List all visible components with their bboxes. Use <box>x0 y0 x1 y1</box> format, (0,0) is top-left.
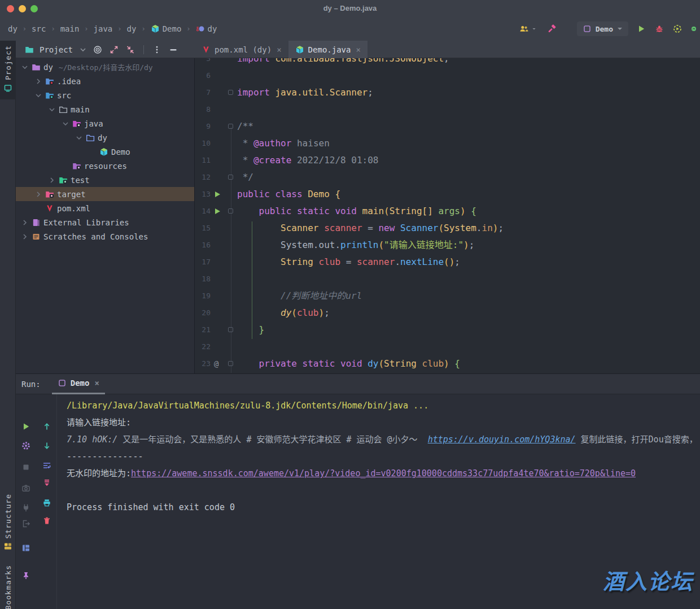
close-icon[interactable]: × <box>356 45 360 54</box>
stripe-button-structure[interactable]: Structure <box>0 489 16 556</box>
breadcrumb-item[interactable]: Demo <box>151 24 182 33</box>
breadcrumb-item[interactable]: dy <box>8 24 18 33</box>
breadcrumb-item-label: src <box>32 24 46 33</box>
build-hammer-icon[interactable] <box>548 24 557 33</box>
users-icon[interactable] <box>519 24 528 33</box>
run-gutter-icon[interactable] <box>214 186 223 203</box>
tree-row-demo[interactable]: Demo <box>16 145 195 159</box>
chevron-down-icon[interactable] <box>47 105 56 114</box>
run-panel-header: Run: Demo × <box>16 374 700 394</box>
rerun-icon[interactable] <box>21 422 30 431</box>
breadcrumb-item[interactable]: dy <box>196 24 217 33</box>
line-number: 23 <box>195 355 211 372</box>
profiler-icon[interactable] <box>691 24 697 33</box>
locate-icon[interactable] <box>93 45 102 54</box>
exit-icon[interactable] <box>21 519 30 528</box>
editor-line: 8 <box>195 101 700 118</box>
collapse-all-icon[interactable] <box>126 45 135 54</box>
chevron-right-icon[interactable] <box>20 232 29 241</box>
tree-row-dy[interactable]: dy <box>16 130 195 145</box>
line-number: 21 <box>195 321 211 338</box>
close-icon[interactable]: × <box>277 45 281 54</box>
card-icon <box>32 232 41 241</box>
fold-marker[interactable] <box>228 90 233 95</box>
code-text: /** <box>237 118 253 135</box>
camera-icon[interactable] <box>21 484 30 493</box>
editor-line: 16 System.out.println("请输入链接地址:"); <box>195 237 700 254</box>
chevron-right-icon[interactable] <box>47 176 56 185</box>
scroll-end-icon[interactable] <box>42 478 51 488</box>
settings-gear-icon[interactable] <box>21 441 30 450</box>
chevron-down-icon[interactable] <box>78 45 88 54</box>
tree-row-scratches-and-consoles[interactable]: Scratches and Consoles <box>16 229 195 243</box>
chevron-right-icon[interactable] <box>20 218 29 227</box>
annotation-gutter-icon[interactable]: @ <box>214 355 223 372</box>
print-icon[interactable] <box>42 498 51 507</box>
fold-marker[interactable] <box>228 124 233 129</box>
folder-icon <box>59 176 68 185</box>
down-stack-icon[interactable] <box>42 441 51 450</box>
clear-icon[interactable] <box>42 516 51 525</box>
pin-icon[interactable] <box>21 571 30 580</box>
breadcrumb-item[interactable]: src <box>32 24 46 33</box>
tree-row-src[interactable]: src <box>16 88 195 102</box>
dropdown-chevron-icon[interactable] <box>531 24 537 33</box>
tree-row-dy[interactable]: dy~/Desktop/抖音去水印/dy <box>16 60 195 74</box>
debug-icon[interactable] <box>655 24 664 33</box>
tree-row-pom-xml[interactable]: pom.xml <box>16 201 195 215</box>
stop-icon[interactable] <box>21 463 30 472</box>
tree-row-target[interactable]: target <box>16 187 195 201</box>
more-kebab-icon[interactable] <box>152 45 161 54</box>
tree-row--idea[interactable]: .idea <box>16 74 195 88</box>
chevron-right-icon[interactable] <box>34 77 43 86</box>
chevron-down-icon[interactable] <box>34 91 43 100</box>
maven-icon <box>202 45 211 54</box>
chevron-down-icon[interactable] <box>61 119 70 128</box>
tree-row-label: Demo <box>111 147 130 156</box>
fold-marker[interactable] <box>228 327 233 332</box>
breadcrumb-item[interactable]: main <box>60 24 80 33</box>
chevron-down-icon[interactable] <box>20 63 29 72</box>
fold-marker[interactable] <box>228 361 233 366</box>
editor-tab-bar: pom.xml (dy)×Demo.java× <box>195 41 700 58</box>
breadcrumb-item-label: dy <box>208 24 217 33</box>
tree-row-resources[interactable]: resources <box>16 159 195 173</box>
soft-wrap-icon[interactable] <box>42 461 51 470</box>
run-gutter-icon[interactable] <box>214 203 223 220</box>
tree-row-external-libraries[interactable]: External Libraries <box>16 215 195 229</box>
code-editor[interactable]: 5import com.alibaba.fastjson.JSONObject;… <box>195 58 700 373</box>
tree-row-main[interactable]: main <box>16 102 195 116</box>
tree-row-path-hint: ~/Desktop/抖音去水印/dy <box>59 62 153 72</box>
tree-row-label: dy <box>98 133 107 142</box>
stripe-button-bookmarks[interactable]: Bookmarks <box>0 560 16 609</box>
fold-marker[interactable] <box>228 175 233 180</box>
run-tab-demo[interactable]: Demo × <box>52 374 105 394</box>
editor-tab[interactable]: Demo.java× <box>288 41 368 58</box>
run-icon[interactable] <box>637 24 646 33</box>
up-stack-icon[interactable] <box>42 422 51 431</box>
tree-row-java[interactable]: java <box>16 116 195 130</box>
layout-icon[interactable] <box>21 543 30 553</box>
run-configuration-select[interactable]: Demo <box>577 21 628 36</box>
monitor-icon <box>3 84 12 93</box>
hide-icon[interactable] <box>169 45 178 54</box>
coverage-icon[interactable] <box>673 24 682 33</box>
editor-tab[interactable]: pom.xml (dy)× <box>195 41 288 58</box>
console-link[interactable]: https://aweme.snssdk.com/aweme/v1/play/?… <box>131 468 636 478</box>
close-icon[interactable]: × <box>94 379 99 388</box>
stripe-button-project[interactable]: Project <box>0 41 16 99</box>
editor-line: 14 public static void main(String[] args… <box>195 203 700 220</box>
breadcrumb-item[interactable]: dy <box>127 24 137 33</box>
attach-plug-icon[interactable] <box>21 503 30 512</box>
tree-row-test[interactable]: test <box>16 173 195 187</box>
chevron-down-icon[interactable] <box>75 133 84 142</box>
fold-marker[interactable] <box>228 208 233 214</box>
console-text: 7.10 hOK:/ <box>67 434 117 445</box>
console-link[interactable]: https://v.douyin.com/hYQ3kna/ <box>428 434 576 445</box>
line-number: 22 <box>195 338 211 355</box>
expand-all-icon[interactable] <box>110 45 119 54</box>
console-text: 复制此链接，打开Dou音搜索， <box>576 434 698 445</box>
folder-icon <box>32 63 41 72</box>
chevron-right-icon[interactable] <box>34 190 43 199</box>
breadcrumb-item[interactable]: java <box>94 24 113 33</box>
